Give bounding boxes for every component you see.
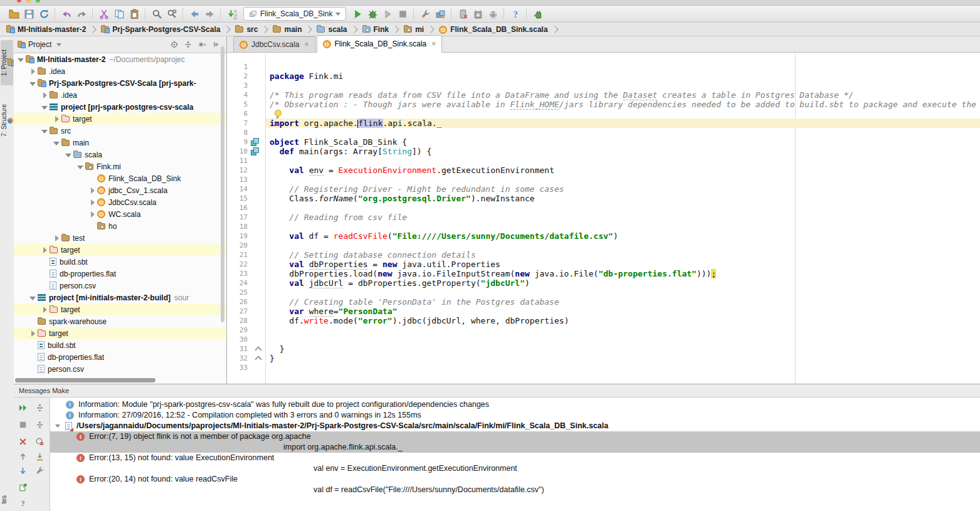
run-gutter-icon[interactable] (251, 138, 260, 145)
tool-stripe-tab-favorites[interactable]: tes (1, 488, 13, 511)
project-structure-button[interactable] (433, 7, 448, 21)
locate-button[interactable] (167, 38, 181, 51)
collapse-all-button[interactable] (181, 38, 195, 51)
message-row[interactable]: Information: Module "prj-spark-postgres-… (50, 399, 980, 410)
message-row[interactable]: Error:(7, 19) object flink is not a memb… (50, 431, 980, 453)
code-line-14[interactable]: 14 // Registering Driver - Might be redu… (227, 184, 980, 194)
code-line-4[interactable]: 4/* This program reads data from CSV fil… (227, 90, 980, 100)
settings-wrench-button[interactable] (33, 464, 46, 477)
tree-item-jdbccsv-scala[interactable]: JdbcCsv.scala (14, 196, 226, 208)
fold-marker-icon[interactable] (255, 346, 261, 353)
close-button[interactable] (16, 435, 29, 448)
tree-item-wc-scala[interactable]: WC.scala (14, 208, 226, 220)
collapsed-arrow-icon[interactable] (89, 211, 95, 218)
expanded-arrow-icon[interactable] (53, 140, 60, 146)
code-line-31[interactable]: 31 } (227, 344, 980, 354)
export-button[interactable] (33, 450, 46, 463)
expanded-arrow-icon[interactable] (77, 164, 83, 170)
code-line-7[interactable]: 7import org.apache.flink.api.scala._ (227, 119, 980, 128)
tree-item-jdbc-csv-1-scala[interactable]: jdbc_Csv_1.scala (14, 184, 226, 196)
expanded-arrow-icon[interactable] (29, 295, 36, 301)
android-button[interactable] (485, 7, 500, 21)
fold-marker-icon[interactable] (255, 356, 261, 362)
tree-item-build-sbt[interactable]: build.sbt (14, 339, 226, 351)
code-line-28[interactable]: 28 df.write.mode("error").jdbc(jdbcUrl, … (227, 316, 980, 325)
code-line-5[interactable]: 5/* Observation : - Though jars were ava… (227, 100, 980, 109)
code-line-19[interactable]: 19 val df = readCsvFile("File:////Users/… (227, 231, 980, 241)
code-line-24[interactable]: 24 val jdbcUrl = dbProperties.getPropert… (227, 278, 980, 288)
expanded-arrow-icon[interactable] (41, 128, 48, 134)
settings-gear-button[interactable] (195, 38, 209, 51)
tree-item-db-properties-flat[interactable]: db-properties.flat (14, 268, 226, 280)
code-line-2[interactable]: 2package Fink.mi (227, 71, 980, 81)
tree-item-target[interactable]: target (14, 303, 226, 315)
help-button[interactable]: ? (16, 497, 29, 509)
code-line-15[interactable]: 15 Class.forName("org.postgresql.Driver"… (227, 194, 980, 203)
code-line-3[interactable]: 3 (227, 81, 980, 90)
android-sdk-button[interactable] (470, 7, 485, 21)
code-line-6[interactable]: 6 (227, 109, 980, 119)
message-row[interactable]: Error:(20, 14) not found: value readCsvF… (50, 474, 980, 495)
code-line-9[interactable]: 9object Flink_Scala_DB_Sink { (227, 137, 980, 147)
stop-button[interactable] (395, 7, 410, 21)
code-line-21[interactable]: 21 // Setting database connection detail… (227, 250, 980, 260)
tree-item-db-properties-flat[interactable]: db-properties.flat (14, 351, 226, 363)
intention-bulb-icon[interactable] (275, 110, 282, 117)
down-button[interactable] (16, 464, 29, 477)
close-tab-icon[interactable]: × (431, 40, 436, 48)
run-button[interactable] (350, 7, 365, 21)
open-button[interactable] (6, 7, 21, 21)
tree-item-spark-warehouse[interactable]: spark-warehouse (14, 315, 226, 327)
tree-item-test[interactable]: test (14, 232, 226, 244)
tree-item-fink-mi[interactable]: Fink.mi (14, 161, 226, 172)
plugin-button[interactable] (530, 7, 545, 21)
debug-button[interactable] (365, 7, 380, 21)
zoom-window-icon[interactable] (36, 0, 40, 3)
code-line-1[interactable]: 1 (227, 62, 980, 71)
undo-button[interactable] (59, 7, 74, 21)
tree-item-build-sbt[interactable]: build.sbt (14, 256, 226, 268)
editor-body[interactable]: 12package Fink.mi34/* This program reads… (227, 53, 980, 384)
breadcrumb-item[interactable]: mi (403, 25, 425, 34)
save-button[interactable] (21, 7, 36, 21)
tree-item-ho[interactable]: ho (14, 220, 226, 232)
code-line-22[interactable]: 22 val dbProperties = new java.util.Prop… (227, 260, 980, 269)
find-in-path-button[interactable] (164, 7, 179, 21)
breadcrumb-item[interactable]: MI-Initials-master-2 (5, 25, 87, 34)
up-button[interactable] (16, 450, 29, 463)
tree-item-person-csv[interactable]: person.csv (14, 280, 226, 292)
expand-all-button[interactable] (33, 401, 46, 414)
paste-button[interactable] (127, 7, 142, 21)
tool-stripe-tab-project[interactable]: 1: Project (1, 40, 13, 85)
tree-item-prj-spark-postgres-csv-scala-prj-spark-[interactable]: Prj-Spark-Postgres-CSV-Scala [prj-spark- (14, 77, 226, 89)
code-line-16[interactable]: 16 (227, 203, 980, 213)
collapsed-arrow-icon[interactable] (89, 187, 95, 194)
project-view-dropdown-icon[interactable] (56, 43, 61, 49)
tree-item--idea[interactable]: .idea (14, 65, 226, 77)
collapse-all-button[interactable] (33, 418, 46, 431)
code-line-29[interactable]: 29 (227, 325, 980, 335)
copy-button[interactable] (112, 7, 127, 21)
expanded-arrow-icon[interactable] (65, 152, 71, 158)
code-line-23[interactable]: 23 dbProperties.load(new java.io.FileInp… (227, 269, 980, 278)
autoscroll-button[interactable] (16, 481, 29, 493)
device-button[interactable] (455, 7, 470, 21)
code-line-12[interactable]: 12 val env = ExecutionEnvironment.getExe… (227, 166, 980, 175)
tree-item-target[interactable]: target (14, 327, 226, 339)
hide-warnings-button[interactable] (33, 435, 46, 448)
run-gutter-icon[interactable] (251, 147, 260, 155)
breadcrumb-item[interactable]: src (234, 25, 259, 34)
project-tree-hscrollbar[interactable] (15, 378, 155, 382)
breadcrumb-item[interactable]: main (271, 25, 303, 34)
breadcrumb-item[interactable]: scala (315, 25, 348, 34)
code-line-8[interactable]: 8 (227, 128, 980, 137)
code-line-32[interactable]: 32} (227, 354, 980, 363)
editor-tab-jdbccsv-scala[interactable]: JdbcCsv.scala× (233, 36, 315, 52)
project-tree-vscrollbar[interactable] (221, 46, 224, 322)
collapsed-arrow-icon[interactable] (53, 116, 60, 122)
code-line-33[interactable]: 33 (227, 363, 980, 372)
breadcrumb-item[interactable]: Fink (361, 25, 391, 34)
code-line-26[interactable]: 26 // Creating table 'PersonData' in the… (227, 297, 980, 307)
collapsed-arrow-icon[interactable] (29, 68, 36, 75)
collapsed-arrow-icon[interactable] (41, 247, 48, 253)
